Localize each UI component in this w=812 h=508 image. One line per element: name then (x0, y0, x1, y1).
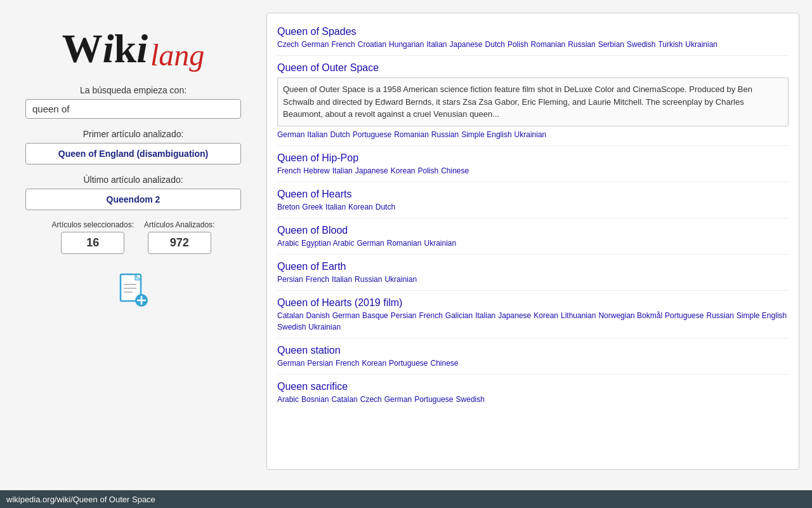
lang-link[interactable]: Persian (307, 359, 333, 368)
lang-link[interactable]: Catalan (277, 311, 303, 320)
lang-link[interactable]: Japanese (355, 166, 388, 175)
lang-link[interactable]: Italian (332, 166, 353, 175)
lang-link[interactable]: Portuguese (353, 130, 391, 139)
lang-links: ArabicEgyptian ArabicGermanRomanianUkrai… (277, 239, 789, 248)
lang-link[interactable]: Polish (508, 40, 528, 49)
lang-link[interactable]: Ukrainian (685, 40, 717, 49)
lang-link[interactable]: Dutch (330, 130, 350, 139)
lang-link[interactable]: Serbian (598, 40, 624, 49)
lang-link[interactable]: Simple English (461, 130, 511, 139)
analyzed-label: Artículos Analizados: (144, 220, 214, 229)
lang-link[interactable]: Bosnian (301, 395, 329, 404)
lang-link[interactable]: German (332, 311, 360, 320)
lang-link[interactable]: Japanese (498, 311, 531, 320)
lang-link[interactable]: Italian (307, 130, 327, 139)
lang-link[interactable]: German (384, 395, 412, 404)
lang-link[interactable]: Persian (277, 275, 303, 284)
lang-link[interactable]: Romanian (387, 239, 422, 248)
lang-link[interactable]: Chinese (441, 166, 469, 175)
lang-links: CzechGermanFrenchCroatianHungarianItalia… (277, 40, 789, 49)
lang-link[interactable]: Russian (431, 130, 459, 139)
lang-link[interactable]: Italian (475, 311, 495, 320)
lang-link[interactable]: French (306, 275, 329, 284)
lang-link[interactable]: Hungarian (389, 40, 424, 49)
lang-links: FrenchHebrewItalianJapaneseKoreanPolishC… (277, 166, 789, 175)
lang-link[interactable]: Arabic (277, 239, 299, 248)
lang-link[interactable]: French (336, 359, 359, 368)
lang-link[interactable]: Russian (568, 40, 595, 49)
lang-link[interactable]: Portuguese (389, 359, 428, 368)
lang-link[interactable]: Korean (391, 166, 416, 175)
lang-link[interactable]: French (331, 40, 355, 49)
lang-link[interactable]: Ukrainian (384, 275, 417, 284)
lang-link[interactable]: Swedish (627, 40, 655, 49)
lang-link[interactable]: Polish (418, 166, 439, 175)
analyzed-stat: Artículos Analizados: 972 (144, 220, 214, 254)
lang-link[interactable]: Hebrew (303, 166, 329, 175)
article-title[interactable]: Queen sacrifice (277, 381, 789, 392)
lang-link[interactable]: Croatian (358, 40, 386, 49)
lang-link[interactable]: Portuguese (414, 395, 453, 404)
lang-link[interactable]: Korean (362, 359, 386, 368)
lang-link[interactable]: Breton (277, 203, 299, 211)
lang-link[interactable]: Czech (360, 395, 382, 404)
lang-link[interactable]: Portuguese (665, 311, 704, 320)
article-title[interactable]: Queen station (277, 345, 789, 356)
lang-link[interactable]: Russian (706, 311, 733, 320)
lang-link[interactable]: Turkish (658, 40, 683, 49)
lang-link[interactable]: Ukrainian (424, 239, 456, 248)
lang-link[interactable]: Korean (348, 203, 373, 211)
lang-link[interactable]: German (301, 40, 329, 49)
lang-link[interactable]: Greek (302, 203, 323, 211)
lang-link[interactable]: Italian (332, 275, 352, 284)
article-title[interactable]: Queen of Earth (277, 261, 789, 272)
lang-link[interactable]: Chinese (431, 359, 459, 368)
lang-link[interactable]: Romanian (531, 40, 566, 49)
article-title[interactable]: Queen of Hearts (2019 film) (277, 297, 789, 309)
lang-link[interactable]: Russian (355, 275, 382, 284)
lang-link[interactable]: Italian (426, 40, 447, 49)
lang-link[interactable]: Japanese (450, 40, 483, 49)
lang-links: CatalanDanishGermanBasquePersianFrenchGa… (277, 311, 789, 331)
lang-link[interactable]: Ukrainian (308, 323, 341, 331)
lang-link[interactable]: Basque (362, 311, 388, 320)
article-title[interactable]: Queen of Hearts (277, 189, 789, 200)
lang-link[interactable]: Norwegian Bokmål (598, 311, 662, 320)
lang-link[interactable]: Ukrainian (514, 130, 547, 139)
search-input[interactable] (25, 99, 241, 119)
lang-link[interactable]: Egyptian Arabic (301, 239, 354, 248)
article-title[interactable]: Queen of Outer Space (277, 62, 789, 74)
lang-link[interactable]: Swedish (277, 323, 306, 331)
article-entry: Queen of Hip-PopFrenchHebrewItalianJapan… (277, 146, 789, 182)
add-document-icon[interactable] (117, 273, 149, 311)
lang-link[interactable]: Italian (325, 203, 346, 211)
article-title[interactable]: Queen of Spades (277, 26, 789, 37)
lang-link[interactable]: Arabic (277, 395, 299, 404)
analyzed-value: 972 (148, 232, 211, 254)
article-entry: Queen stationGermanPersianFrenchKoreanPo… (277, 338, 789, 375)
lang-link[interactable]: Czech (277, 40, 299, 49)
lang-link[interactable]: German (357, 239, 384, 248)
article-title[interactable]: Queen of Blood (277, 225, 789, 236)
selected-stat: Artículos seleccionados: 16 (52, 220, 134, 254)
article-entry: Queen of SpadesCzechGermanFrenchCroatian… (277, 20, 789, 56)
lang-link[interactable]: Persian (391, 311, 417, 320)
lang-link[interactable]: Galician (445, 311, 473, 320)
lang-link[interactable]: Simple English (737, 311, 787, 320)
lang-link[interactable]: Catalan (331, 395, 357, 404)
lang-link[interactable]: Swedish (456, 395, 485, 404)
lang-link[interactable]: Romanian (394, 130, 429, 139)
add-document-svg (117, 273, 149, 308)
article-entry: Queen sacrificeArabicBosnianCatalanCzech… (277, 375, 789, 410)
lang-link[interactable]: Dutch (376, 203, 395, 211)
lang-link[interactable]: Dutch (485, 40, 505, 49)
lang-link[interactable]: German (277, 359, 304, 368)
lang-link[interactable]: French (277, 166, 301, 175)
lang-link[interactable]: Korean (534, 311, 558, 320)
lang-link[interactable]: Lithuanian (561, 311, 596, 320)
lang-link[interactable]: French (419, 311, 442, 320)
lang-link[interactable]: Danish (306, 311, 329, 320)
status-url: wikipedia.org/wiki/Queen of Outer Space (6, 495, 155, 504)
lang-link[interactable]: German (277, 130, 304, 139)
article-title[interactable]: Queen of Hip-Pop (277, 152, 789, 164)
